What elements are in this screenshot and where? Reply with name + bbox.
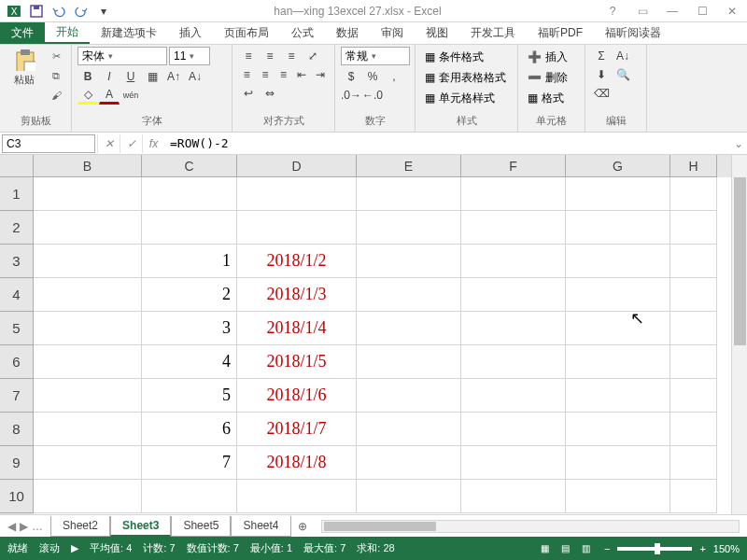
cell-D3[interactable]: 2018/1/2 (237, 245, 357, 278)
cell-C5[interactable]: 3 (142, 312, 237, 345)
cell-B9[interactable] (34, 446, 142, 480)
cell-C1[interactable] (142, 177, 237, 211)
help-icon[interactable]: ? (601, 2, 624, 21)
cell-E5[interactable] (357, 312, 461, 345)
view-normal-icon[interactable]: ▦ (535, 540, 556, 557)
cell-C8[interactable]: 6 (142, 413, 237, 446)
horizontal-scrollbar[interactable] (321, 520, 740, 533)
align-bottom-icon[interactable]: ≡ (281, 47, 302, 65)
indent-increase-icon[interactable]: ⇥ (311, 65, 329, 84)
number-format-combo[interactable]: 常规▾ (341, 47, 410, 65)
cell-B5[interactable] (34, 312, 142, 345)
cell-B7[interactable] (34, 379, 142, 413)
select-all-corner[interactable] (0, 155, 34, 177)
cell-C4[interactable]: 2 (142, 278, 237, 312)
bold-button[interactable]: B (78, 67, 98, 86)
cell-E9[interactable] (357, 446, 461, 480)
col-header-C[interactable]: C (142, 155, 237, 177)
cell-C6[interactable]: 4 (142, 345, 237, 379)
currency-icon[interactable]: $ (341, 67, 361, 86)
italic-button[interactable]: I (99, 67, 120, 86)
sort-filter-icon[interactable]: A↓ (613, 47, 633, 65)
cancel-formula-icon[interactable]: ✕ (97, 134, 120, 153)
cell-H10[interactable] (670, 480, 717, 513)
row-header-6[interactable]: 6 (0, 345, 34, 379)
cell-B1[interactable] (34, 177, 142, 211)
underline-button[interactable]: U (120, 67, 141, 86)
col-header-G[interactable]: G (566, 155, 670, 177)
col-header-F[interactable]: F (461, 155, 566, 177)
fill-icon[interactable]: ⬇ (591, 65, 612, 84)
cell-E7[interactable] (357, 379, 461, 413)
cell-styles-button[interactable]: ▦单元格样式 (421, 88, 512, 108)
cell-E8[interactable] (357, 413, 461, 446)
cell-F1[interactable] (461, 177, 566, 211)
cell-H4[interactable] (670, 278, 717, 312)
cell-C7[interactable]: 5 (142, 379, 237, 413)
phonetic-button[interactable]: wén (120, 86, 141, 105)
cut-icon[interactable]: ✂ (47, 47, 65, 65)
sheet-next-icon[interactable]: ▶ (20, 520, 28, 533)
cell-H8[interactable] (670, 413, 717, 446)
formula-input[interactable]: =ROW()-2 (164, 134, 730, 153)
tab-newtab[interactable]: 新建选项卡 (90, 22, 168, 44)
cell-G3[interactable] (566, 245, 670, 278)
cell-C2[interactable] (142, 211, 237, 245)
cell-G8[interactable] (566, 413, 670, 446)
row-header-8[interactable]: 8 (0, 413, 34, 446)
row-header-2[interactable]: 2 (0, 211, 34, 245)
tab-foxitreader[interactable]: 福昕阅读器 (594, 22, 672, 44)
comma-icon[interactable]: , (384, 67, 404, 86)
zoom-in-icon[interactable]: + (699, 543, 705, 554)
cell-E6[interactable] (357, 345, 461, 379)
border-button[interactable]: ▦ (142, 67, 162, 86)
view-pagebreak-icon[interactable]: ▥ (576, 540, 597, 557)
scroll-thumb[interactable] (324, 522, 436, 531)
cell-F2[interactable] (461, 211, 566, 245)
cell-E1[interactable] (357, 177, 461, 211)
row-header-1[interactable]: 1 (0, 177, 34, 211)
tab-file[interactable]: 文件 (0, 22, 45, 44)
cell-B4[interactable] (34, 278, 142, 312)
clear-icon[interactable]: ⌫ (591, 84, 612, 103)
cell-F4[interactable] (461, 278, 566, 312)
row-header-4[interactable]: 4 (0, 278, 34, 312)
cell-B3[interactable] (34, 245, 142, 278)
cell-F3[interactable] (461, 245, 566, 278)
scroll-thumb[interactable] (734, 177, 746, 345)
tab-review[interactable]: 审阅 (370, 22, 415, 44)
vertical-scrollbar[interactable] (731, 155, 747, 514)
align-top-icon[interactable]: ≡ (238, 47, 259, 65)
cell-D1[interactable] (237, 177, 357, 211)
cell-E3[interactable] (357, 245, 461, 278)
orientation-icon[interactable]: ⤢ (303, 47, 323, 65)
sheet-prev-icon[interactable]: ◀ (7, 520, 16, 533)
tab-data[interactable]: 数据 (325, 22, 370, 44)
cell-C9[interactable]: 7 (142, 446, 237, 480)
cell-D5[interactable]: 2018/1/4 (237, 312, 357, 345)
save-icon[interactable] (26, 2, 47, 21)
sheet-tab-sheet3[interactable]: Sheet3 (110, 516, 171, 537)
merge-center-icon[interactable]: ⇔ (260, 84, 280, 103)
cell-D6[interactable]: 2018/1/5 (237, 345, 357, 379)
sheet-tab-sheet5[interactable]: Sheet5 (171, 516, 231, 537)
cell-H1[interactable] (670, 177, 717, 211)
cell-E4[interactable] (357, 278, 461, 312)
copy-icon[interactable]: ⧉ (47, 66, 65, 85)
cell-G2[interactable] (566, 211, 670, 245)
row-header-10[interactable]: 10 (0, 480, 34, 513)
tab-formulas[interactable]: 公式 (280, 22, 325, 44)
cell-G6[interactable] (566, 345, 670, 379)
accept-formula-icon[interactable]: ✓ (120, 134, 142, 153)
font-color-button[interactable]: A (99, 86, 120, 105)
row-header-7[interactable]: 7 (0, 379, 34, 413)
format-table-button[interactable]: ▦套用表格格式 (421, 67, 512, 88)
cell-D8[interactable]: 2018/1/7 (237, 413, 357, 446)
increase-decimal-icon[interactable]: .0→ (341, 86, 361, 105)
col-header-H[interactable]: H (670, 155, 717, 177)
cell-D9[interactable]: 2018/1/8 (237, 446, 357, 480)
cell-F6[interactable] (461, 345, 566, 379)
col-header-E[interactable]: E (357, 155, 461, 177)
col-header-B[interactable]: B (34, 155, 142, 177)
row-header-5[interactable]: 5 (0, 312, 34, 345)
